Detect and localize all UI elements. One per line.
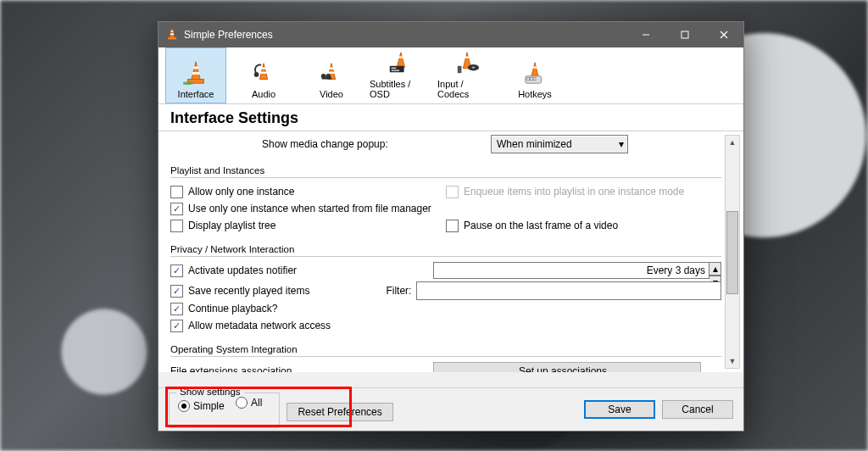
filter-label: Filter: (386, 285, 411, 297)
tab-subtitles[interactable]: Subtitles / OSD (369, 47, 430, 103)
svg-rect-30 (530, 78, 532, 81)
tab-input-codecs[interactable]: Input / Codecs (437, 47, 498, 103)
svg-rect-20 (390, 66, 404, 73)
svg-rect-4 (682, 31, 688, 38)
use-one-instance-checkbox[interactable] (170, 203, 183, 215)
group-privacy-title: Privacy / Network Interaction (170, 244, 721, 254)
svg-point-25 (472, 67, 476, 69)
svg-rect-21 (392, 68, 397, 69)
tab-label: Subtitles / OSD (370, 79, 429, 99)
show-settings-group: Show settings Simple All (169, 393, 280, 428)
svg-rect-2 (168, 37, 176, 40)
radio-all[interactable]: All (236, 397, 262, 409)
svg-rect-12 (260, 72, 267, 74)
svg-rect-27 (532, 67, 537, 69)
close-button[interactable] (704, 22, 743, 47)
svg-rect-26 (458, 66, 462, 73)
tab-label: Video (320, 89, 343, 99)
minimize-button[interactable] (626, 22, 665, 47)
cancel-button[interactable]: Cancel (662, 400, 733, 419)
group-os-title: Operating System Integration (170, 344, 721, 354)
tab-label: Hotkeys (518, 89, 552, 99)
svg-rect-11 (261, 67, 266, 69)
svg-point-17 (321, 74, 326, 79)
vlc-cone-icon (165, 27, 179, 43)
activate-updates-checkbox[interactable] (170, 264, 183, 277)
allow-one-instance-checkbox[interactable] (170, 186, 183, 198)
dialog-footer: Show settings Simple All Reset Preferenc… (159, 387, 743, 431)
media-popup-label: Show media change popup: (262, 138, 388, 150)
svg-point-13 (254, 72, 259, 77)
media-popup-combo[interactable]: When minimized ▾ (491, 135, 628, 153)
filter-input[interactable] (416, 281, 721, 300)
svg-rect-19 (398, 57, 403, 58)
combo-value: When minimized (497, 138, 572, 150)
maximize-button[interactable] (665, 22, 704, 47)
radio-simple[interactable]: Simple (178, 400, 225, 412)
preferences-window: Simple Preferences Interface Audio Video… (158, 21, 744, 432)
reset-preferences-button[interactable]: Reset Preferences (287, 403, 392, 421)
display-tree-checkbox[interactable] (170, 220, 183, 232)
tab-hotkeys[interactable]: Hotkeys (504, 47, 565, 103)
titlebar[interactable]: Simple Preferences (159, 22, 743, 47)
save-button[interactable]: Save (584, 400, 655, 419)
svg-rect-14 (329, 67, 334, 69)
show-settings-legend: Show settings (176, 387, 244, 397)
svg-rect-7 (193, 67, 198, 70)
tab-interface[interactable]: Interface (165, 47, 226, 103)
scrollbar-thumb[interactable] (726, 211, 738, 295)
allow-metadata-checkbox[interactable] (170, 320, 183, 332)
svg-rect-23 (465, 57, 470, 58)
svg-rect-8 (192, 72, 199, 75)
chevron-down-icon: ▾ (619, 138, 624, 150)
tab-label: Interface (178, 89, 214, 99)
window-title: Simple Preferences (184, 29, 273, 41)
svg-rect-1 (170, 33, 175, 35)
scrollbar-track[interactable] (726, 149, 739, 354)
page-title: Interface Settings (159, 104, 743, 131)
tab-video[interactable]: Video (301, 47, 362, 103)
pause-last-frame-checkbox[interactable] (446, 220, 459, 232)
category-tabs: Interface Audio Video Subtitles / OSD In… (159, 47, 743, 104)
enqueue-checkbox (446, 186, 459, 198)
svg-point-18 (326, 74, 331, 79)
svg-rect-22 (392, 70, 399, 70)
tab-audio[interactable]: Audio (233, 47, 294, 103)
spin-up-icon[interactable]: ▴ (709, 262, 721, 276)
update-interval-spinner[interactable]: Every 3 days ▴▾ (433, 262, 721, 279)
svg-rect-29 (527, 78, 530, 81)
scroll-down-icon[interactable]: ▼ (726, 354, 739, 368)
vertical-scrollbar[interactable]: ▲ ▼ (725, 135, 740, 369)
svg-rect-0 (171, 31, 174, 32)
file-ext-label: File extensions association (170, 365, 292, 372)
svg-rect-31 (533, 78, 536, 81)
tab-label: Input / Codecs (437, 79, 497, 99)
group-playlist-title: Playlist and Instances (170, 165, 721, 175)
scroll-up-icon[interactable]: ▲ (726, 136, 739, 149)
settings-scroll-area: Show media change popup: When minimized … (170, 131, 721, 372)
tab-label: Audio (252, 89, 275, 99)
setup-associations-button[interactable]: Set up associations... (433, 362, 701, 372)
continue-playback-checkbox[interactable] (170, 303, 183, 315)
save-recent-checkbox[interactable] (170, 285, 183, 298)
svg-rect-15 (328, 72, 335, 74)
